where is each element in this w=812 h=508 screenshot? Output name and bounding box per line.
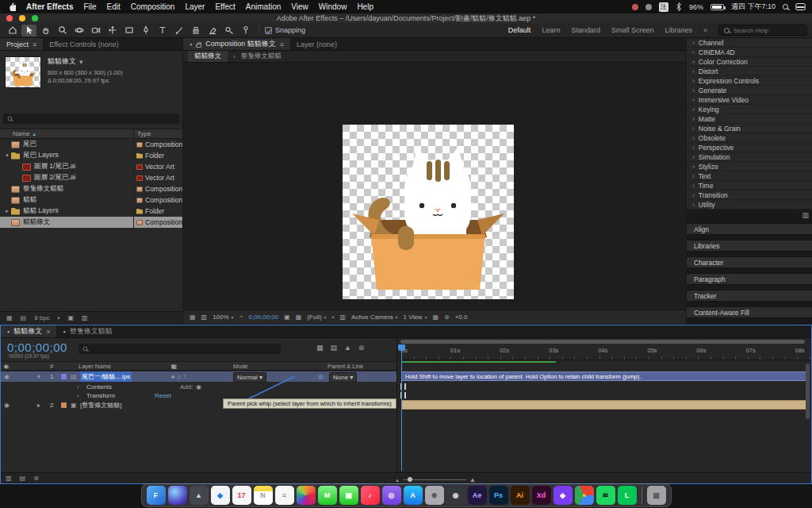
dock-app-icon[interactable]: M	[318, 486, 337, 505]
timeline-settings-icon[interactable]	[358, 344, 365, 352]
project-row[interactable]: 貓貓條文 Composition	[0, 217, 182, 228]
composition-mini-flowchart-icon[interactable]	[316, 344, 324, 352]
effects-category-row[interactable]: Channel	[687, 38, 812, 48]
effects-category-row[interactable]: Keying	[687, 105, 812, 114]
twirl-icon[interactable]	[37, 400, 40, 410]
menubar-menu-item[interactable]: Layer	[185, 2, 205, 11]
collapsed-panel-header[interactable]: Tracker	[687, 290, 812, 302]
panel-menu-icon[interactable]	[33, 40, 36, 48]
timeline-track-area[interactable]: 0s01s02s03s04s05s06s07s08s Hold Shift to…	[397, 338, 811, 483]
collapsed-panel-header[interactable]: Character	[687, 256, 812, 268]
snapping-toggle[interactable]: Snapping	[265, 26, 305, 34]
column-type-label[interactable]: Type	[133, 129, 182, 138]
effects-category-row[interactable]: Matte	[687, 114, 812, 124]
dock-app-icon[interactable]: ◉	[446, 486, 465, 505]
pen-tool[interactable]	[138, 25, 153, 37]
workspace-overflow-icon[interactable]: »	[703, 26, 707, 34]
effects-category-row[interactable]: Noise & Grain	[687, 124, 812, 133]
tab-layer[interactable]: Layer (none)	[290, 38, 343, 50]
magnification-icon[interactable]	[201, 314, 208, 321]
channel-icon[interactable]	[296, 314, 302, 321]
chevron-right-icon[interactable]	[692, 48, 695, 56]
roi-icon[interactable]	[332, 314, 335, 321]
always-preview-icon[interactable]	[190, 314, 196, 321]
effects-category-row[interactable]: Color Correction	[687, 57, 812, 67]
type-tool[interactable]	[155, 25, 170, 37]
dock-app-icon[interactable]: ◎	[382, 486, 401, 505]
fast-previews-icon[interactable]	[444, 314, 450, 321]
menubar-menu-item[interactable]: Window	[319, 2, 347, 11]
chevron-right-icon[interactable]	[692, 87, 695, 94]
trash-icon[interactable]	[82, 314, 88, 321]
workspace-item[interactable]: Learn	[542, 26, 560, 34]
playhead-handle[interactable]	[398, 344, 405, 351]
effects-category-row[interactable]: CINEMA 4D	[687, 48, 812, 57]
column-layer-name-label[interactable]: Layer Name	[79, 362, 111, 371]
project-row[interactable]: 整隻條文貓貓 Composition	[0, 183, 182, 194]
dock-app-icon[interactable]: ◆	[553, 486, 573, 505]
lock-icon[interactable]	[196, 44, 201, 48]
home-tool[interactable]	[5, 25, 20, 37]
timeline-tab-active[interactable]: 貓貓條文	[1, 325, 56, 337]
dock-app-icon[interactable]: Ai	[511, 486, 530, 505]
selection-tool[interactable]	[21, 25, 36, 37]
chevron-right-icon[interactable]	[692, 106, 695, 114]
zoom-slider-track[interactable]	[403, 479, 466, 480]
layer-color-chip[interactable]	[61, 374, 67, 379]
switch-column-icon[interactable]	[171, 362, 175, 371]
help-search-box[interactable]	[718, 25, 807, 36]
project-row[interactable]: 尾巴 Composition	[0, 139, 182, 150]
timeline-tab-inactive[interactable]: 整隻條文貓貓	[56, 325, 118, 337]
project-flowchart-icon[interactable]	[6, 314, 13, 321]
project-row[interactable]: 貓貓 Composition	[0, 194, 182, 206]
effects-category-row[interactable]: Expression Controls	[687, 76, 812, 86]
timeline-search-input[interactable]	[92, 345, 277, 352]
dock-app-icon[interactable]: F	[147, 486, 166, 505]
twirl-icon[interactable]	[37, 371, 40, 382]
column-name-label[interactable]: Name	[13, 130, 29, 137]
collapsed-panel-header[interactable]: Paragraph	[687, 273, 812, 285]
menubar-app-name[interactable]: After Effects	[26, 2, 73, 11]
roto-brush-tool[interactable]	[221, 25, 236, 37]
new-composition-icon[interactable]	[68, 314, 75, 321]
workspace-item[interactable]: Libraries	[665, 26, 692, 34]
column-mode-label[interactable]: Mode	[233, 362, 248, 371]
chevron-right-icon[interactable]	[692, 163, 695, 171]
help-search-input[interactable]	[733, 27, 797, 34]
chevron-right-icon[interactable]	[692, 191, 695, 199]
layer2-duration-bar[interactable]	[401, 400, 809, 410]
effects-category-row[interactable]: Simulation	[687, 152, 812, 162]
menubar-menu-item[interactable]: Animation	[246, 2, 281, 11]
effects-category-row[interactable]: Immersive Video	[687, 95, 812, 105]
time-ruler[interactable]: 0s01s02s03s04s05s06s07s08s	[397, 344, 811, 360]
dock-app-icon[interactable]: ⊛	[425, 486, 444, 505]
close-window-button[interactable]	[6, 15, 13, 21]
dock-app-icon[interactable]	[168, 486, 187, 505]
snapshot-icon[interactable]	[284, 314, 290, 321]
menubar-menu-item[interactable]: Help	[357, 2, 373, 11]
workspace-item[interactable]: Small Screen	[611, 26, 654, 34]
eraser-tool[interactable]	[205, 25, 220, 37]
tab-composition[interactable]: Composition 貓貓條文	[183, 38, 290, 50]
effects-category-row[interactable]: Generate	[687, 86, 812, 95]
panel-expander-icon[interactable]	[802, 211, 809, 219]
bit-depth-label[interactable]: 8 bpc	[34, 314, 50, 321]
chevron-right-icon[interactable]	[692, 134, 695, 142]
project-search-input[interactable]	[17, 115, 175, 122]
zoom-dropdown[interactable]: 100%	[213, 314, 233, 321]
effects-category-row[interactable]: Perspective	[687, 143, 812, 152]
timeline-current-time[interactable]: 0;00;00;00	[7, 341, 67, 354]
hand-tool[interactable]	[38, 25, 53, 37]
camera-dropdown[interactable]: Active Camera	[351, 314, 397, 321]
zoom-window-button[interactable]	[32, 15, 38, 21]
chevron-right-icon[interactable]	[692, 77, 695, 85]
view-layout-dropdown[interactable]: 1 View	[404, 314, 427, 321]
twirl-icon[interactable]: ▾	[3, 152, 11, 159]
breadcrumb-parent[interactable]: 整隻條文貓貓	[241, 52, 282, 61]
chevron-right-icon[interactable]	[692, 125, 695, 133]
effects-category-row[interactable]: Stylize	[687, 162, 812, 171]
timeline-zoom-slider[interactable]	[395, 476, 476, 483]
dock-app-icon[interactable]: Ae	[468, 486, 487, 505]
preview-time-icon[interactable]	[239, 314, 243, 321]
layer1-duration-bar[interactable]: Hold Shift to move layer to location of …	[401, 371, 809, 381]
